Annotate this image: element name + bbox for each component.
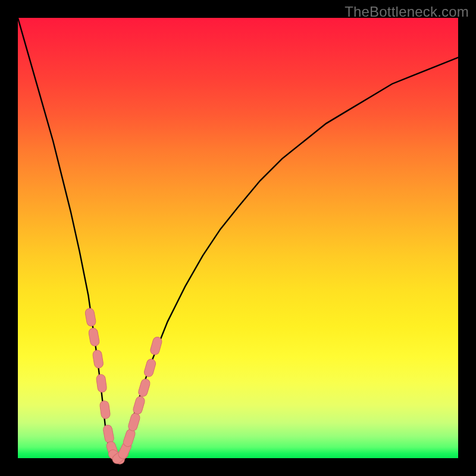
marker-pill bbox=[88, 327, 100, 346]
chart-frame: TheBottleneck.com bbox=[0, 0, 476, 476]
marker-pill bbox=[149, 336, 163, 356]
bottleneck-curve bbox=[18, 18, 458, 458]
marker-pill bbox=[122, 428, 136, 447]
marker-pill bbox=[137, 378, 151, 397]
marker-pill bbox=[143, 358, 157, 378]
chart-svg bbox=[18, 18, 458, 458]
marker-pill bbox=[96, 374, 107, 393]
marker-pill bbox=[99, 400, 111, 419]
marker-pill bbox=[132, 396, 146, 415]
marker-pill bbox=[102, 424, 114, 443]
plot-area bbox=[18, 18, 458, 458]
marker-pill bbox=[92, 349, 104, 368]
marker-pill bbox=[84, 308, 96, 327]
marker-pill bbox=[127, 412, 141, 432]
marker-group bbox=[84, 308, 163, 466]
